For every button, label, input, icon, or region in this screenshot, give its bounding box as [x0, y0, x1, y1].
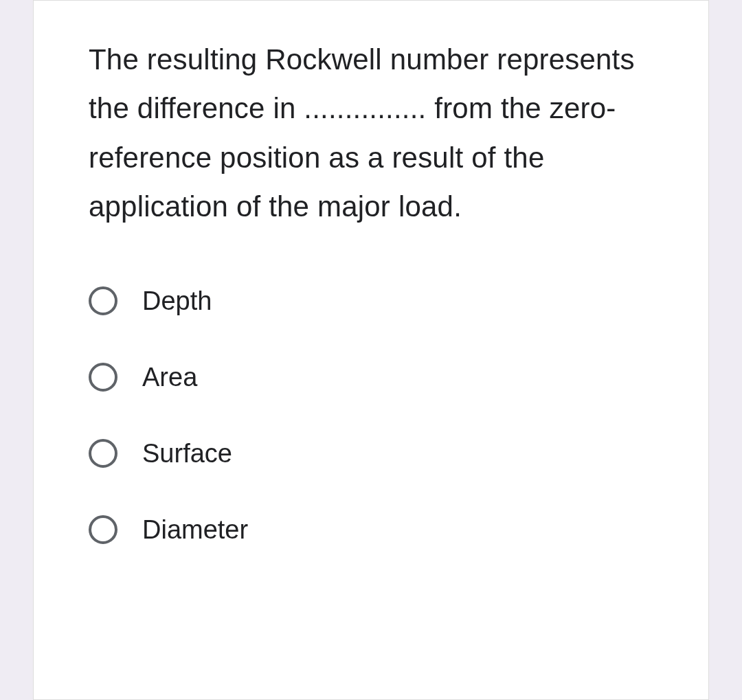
radio-icon: [89, 286, 117, 315]
option-diameter[interactable]: Diameter: [89, 515, 660, 545]
option-label: Depth: [142, 286, 212, 316]
option-label: Diameter: [142, 515, 248, 545]
option-depth[interactable]: Depth: [89, 286, 660, 316]
radio-icon: [89, 515, 117, 544]
option-surface[interactable]: Surface: [89, 439, 660, 468]
option-area[interactable]: Area: [89, 363, 660, 392]
option-label: Area: [142, 363, 197, 392]
question-card: The resulting Rockwell number represents…: [33, 0, 709, 700]
radio-icon: [89, 363, 117, 392]
radio-icon: [89, 439, 117, 468]
options-list: Depth Area Surface Diameter: [89, 286, 660, 545]
option-label: Surface: [142, 439, 232, 468]
question-text: The resulting Rockwell number represents…: [89, 35, 660, 232]
